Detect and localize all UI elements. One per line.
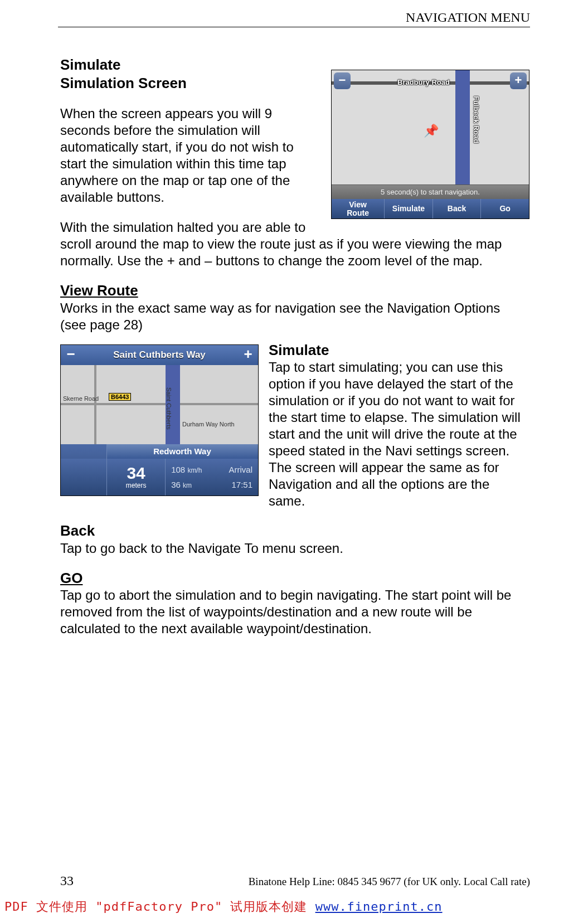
distance-unit: meters — [126, 482, 147, 489]
simulate-button[interactable]: Simulate — [384, 199, 433, 218]
road-label-saint-cuthberts: Saint Cuthberts — [166, 387, 172, 430]
speed-value: 108 — [171, 465, 185, 474]
arrival-time: 17:51 — [231, 480, 252, 489]
next-street-bar: Redworth Way — [106, 444, 258, 459]
figure-simulation-countdown: Bradbury Road Fulbeck Road 📌 − + 5 secon… — [331, 70, 529, 219]
current-street-label: Saint Cuthberts Way — [81, 349, 238, 361]
page-footer: 33 Binatone Help Line: 0845 345 9677 (fo… — [60, 873, 530, 888]
page-number: 33 — [60, 873, 74, 888]
view-route-label-line1: View — [347, 201, 369, 209]
heading-view-route: View Route — [60, 281, 529, 300]
distance-box[interactable]: 34 meters — [106, 459, 165, 495]
topbar: − Saint Cuthberts Way + — [61, 345, 258, 365]
para-back: Tap to go back to the Navigate To menu s… — [60, 540, 529, 557]
speed-cell: 108 km/h — [171, 465, 202, 474]
help-line: Binatone Help Line: 0845 345 9677 (for U… — [249, 876, 530, 888]
header-divider — [58, 27, 530, 27]
road-shield: B6443 — [109, 393, 131, 401]
go-button[interactable]: Go — [480, 199, 529, 218]
road-label-skerne: Skerne Road — [63, 395, 99, 402]
view-route-button[interactable]: View Route — [332, 199, 384, 218]
road-label-fulbeck: Fulbeck Road — [472, 96, 480, 143]
distance-value: 34 — [127, 465, 145, 482]
remaining-cell: 36 km — [171, 480, 192, 489]
arrival-label: Arrival — [229, 465, 252, 474]
road-label-bradbury: Bradbury Road — [397, 78, 450, 86]
content-area: Bradbury Road Fulbeck Road 📌 − + 5 secon… — [60, 56, 529, 637]
map-road — [61, 403, 258, 405]
para-sim-scroll: With the simulation halted you are able … — [60, 219, 529, 269]
remaining-value: 36 — [171, 480, 181, 489]
trip-info-box[interactable]: 108 km/h Arrival 36 km 17:51 — [165, 459, 258, 495]
watermark-link[interactable]: www.fineprint.cn — [315, 900, 443, 914]
bottom-button-bar: View Route Simulate Back Go — [332, 199, 529, 218]
remaining-unit: km — [183, 482, 192, 489]
zoom-out-button[interactable]: − — [334, 72, 351, 89]
para-view-route: Works in the exact same way as for navig… — [60, 300, 529, 333]
bottom-info-bar: 34 meters 108 km/h Arrival 36 km 17:51 — [61, 459, 258, 495]
speed-unit: km/h — [187, 467, 202, 474]
view-route-label-line2: Route — [347, 209, 369, 217]
map-area[interactable]: Bradbury Road Fulbeck Road 📌 − + — [332, 70, 529, 184]
countdown-bar: 5 second(s) to start navigation. — [332, 184, 529, 200]
document-page: NAVIGATION MENU Bradbury Road Fulbeck Ro… — [0, 0, 588, 923]
road-vertical — [455, 70, 470, 184]
header-section-name: NAVIGATION MENU — [406, 10, 530, 25]
heading-go: GO — [60, 569, 529, 587]
zoom-in-button[interactable]: + — [238, 345, 258, 365]
destination-pin-icon: 📌 — [424, 124, 439, 138]
heading-back: Back — [60, 522, 529, 540]
zoom-out-button[interactable]: − — [61, 345, 81, 365]
road-label-durham: Durham Way North — [182, 421, 235, 428]
zoom-in-button[interactable]: + — [510, 72, 527, 89]
pdf-watermark: PDF 文件使用 "pdfFactory Pro" 试用版本创建 www.fin… — [4, 898, 443, 915]
para-go: Tap go to abort the simulation and to be… — [60, 587, 529, 637]
figure-navigation-screen: − Saint Cuthberts Way + Skerne Road B644… — [60, 344, 259, 496]
back-button[interactable]: Back — [433, 199, 481, 218]
watermark-text: PDF 文件使用 "pdfFactory Pro" 试用版本创建 — [4, 900, 315, 914]
